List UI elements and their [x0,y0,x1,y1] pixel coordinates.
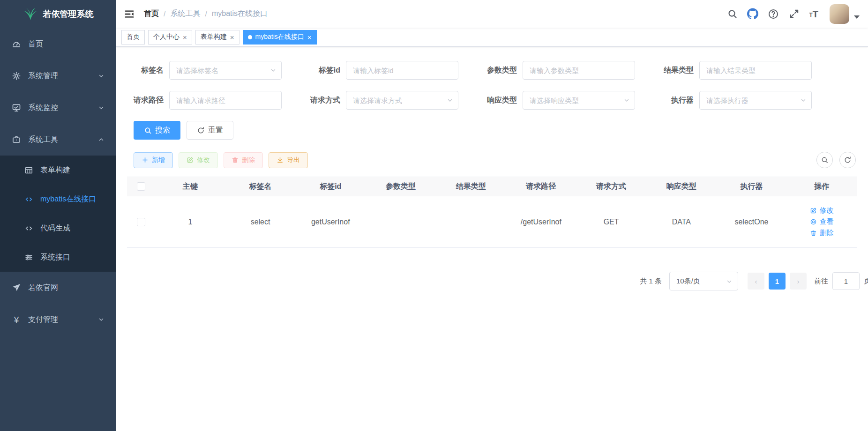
sidebar-item-code-generation[interactable]: 代码生成 [0,214,116,243]
font-size-icon[interactable]: TT [809,9,818,19]
delete-button[interactable]: 删除 [224,152,263,168]
caret-down-icon [854,15,860,19]
page-size-select[interactable]: 10条/页 [669,272,738,290]
sidebar: 若依管理系统 首页 系统管理 [0,0,116,431]
field-label: 请求路径 [127,96,169,105]
main-area: 首页 / 系统工具 / mybatis在线接口 TT [116,0,868,431]
pagination-total: 共 1 条 [640,277,662,286]
reset-button-label: 重置 [208,126,223,135]
next-page-button[interactable]: › [790,273,807,290]
field-label: 参数类型 [480,66,523,75]
search-button[interactable]: 搜索 [134,121,180,140]
select-all-checkbox[interactable] [137,182,145,191]
pagination: 共 1 条 10条/页 ‹ 1 › 前往 页 [127,272,868,290]
form-item-executor: 执行器 [657,91,812,110]
plus-icon [142,156,149,163]
sidebar-item-system-api[interactable]: 系统接口 [0,243,116,272]
refresh-icon [844,156,852,164]
goto-page-input[interactable] [832,272,860,290]
download-icon [277,156,284,163]
executor-select[interactable] [699,91,812,110]
close-icon[interactable]: × [230,33,234,41]
breadcrumb-separator: / [205,10,207,18]
monitor-icon [11,103,22,113]
result-type-input[interactable] [699,61,812,80]
navbar-actions: TT [726,4,860,24]
sidebar-menu: 首页 系统管理 系统监控 [0,28,116,335]
table-icon [23,165,34,175]
reset-button[interactable]: 重置 [187,121,233,140]
search-icon[interactable] [726,8,738,20]
table-row: 1 select getUserInof /getUserInof GET DA… [127,196,857,248]
page-content: 标签名 标签id 参数类型 [116,47,868,431]
response-type-select[interactable] [523,91,635,110]
gear-icon [11,71,22,81]
sidebar-item-form-builder[interactable]: 表单构建 [0,156,116,185]
sidebar-item-system-tools[interactable]: 系统工具 [0,124,116,156]
sidebar-item-label: 首页 [28,39,105,49]
export-button-label: 导出 [287,156,300,164]
refresh-table-button[interactable] [839,152,856,168]
help-icon[interactable] [768,8,779,20]
tags-bar: 首页 个人中心 × 表单构建 × mybatis在线接口 × [116,28,868,47]
eye-icon [810,218,817,225]
tag-name-select[interactable] [169,61,282,80]
form-item-response-type: 响应类型 [480,91,635,110]
col-header-request-method: 请求方式 [576,182,646,192]
app-root: 若依管理系统 首页 系统管理 [0,0,868,431]
fullscreen-icon[interactable] [788,8,800,20]
op-label: 删除 [820,229,834,238]
search-form-row-2: 请求路径 请求方式 响应类型 [127,91,857,110]
request-method-select[interactable] [346,91,458,110]
sidebar-item-payment-management[interactable]: ¥ 支付管理 [0,304,116,335]
sidebar-item-home[interactable]: 首页 [0,28,116,60]
sidebar-collapse-icon[interactable] [124,8,135,20]
breadcrumb-separator: / [164,10,165,18]
row-checkbox[interactable] [137,218,145,226]
request-path-input[interactable] [169,91,282,110]
sliders-icon [23,252,34,262]
breadcrumb-home[interactable]: 首页 [144,9,159,19]
tag-home[interactable]: 首页 [121,30,145,45]
github-icon[interactable] [747,8,758,20]
col-header-result-type: 结果类型 [436,182,506,192]
search-icon [144,126,152,134]
sidebar-item-label: 系统工具 [28,135,98,145]
close-icon[interactable]: × [183,33,187,41]
sidebar-item-mybatis-online-api[interactable]: mybatis在线接口 [0,185,116,214]
tag-form-builder[interactable]: 表单构建 × [195,30,239,45]
tag-profile[interactable]: 个人中心 × [148,30,192,45]
sidebar-item-label: 系统接口 [40,253,105,262]
breadcrumb: 首页 / 系统工具 / mybatis在线接口 [144,9,268,19]
field-label: 结果类型 [657,66,699,75]
edit-button[interactable]: 修改 [179,152,218,168]
chevron-down-icon [98,316,105,323]
tag-id-input[interactable] [346,61,458,80]
logo[interactable]: 若依管理系统 [0,0,116,28]
prev-page-button[interactable]: ‹ [748,273,764,290]
col-header-key: 主键 [155,182,225,192]
search-actions: 搜索 重置 [134,121,857,140]
avatar[interactable] [830,4,849,24]
sidebar-item-system-management[interactable]: 系统管理 [0,60,116,92]
data-table: 主键 标签名 标签id 参数类型 结果类型 请求路径 请求方式 响应类型 执行器… [127,177,857,248]
breadcrumb-system-tools: 系统工具 [170,9,200,19]
field-label: 执行器 [657,96,699,105]
page-1-button[interactable]: 1 [769,273,786,290]
sidebar-item-system-monitor[interactable]: 系统监控 [0,92,116,124]
tag-mybatis-online-api[interactable]: mybatis在线接口 × [243,30,317,45]
yen-icon: ¥ [11,314,22,325]
row-delete-link[interactable]: 删除 [810,229,834,238]
row-edit-link[interactable]: 修改 [810,206,834,215]
user-menu[interactable] [830,4,860,24]
row-view-link[interactable]: 查看 [810,217,834,226]
export-button[interactable]: 导出 [269,152,308,168]
form-item-tag-name: 标签名 [127,61,282,80]
sidebar-item-official-site[interactable]: 若依官网 [0,272,116,304]
param-type-input[interactable] [523,61,635,80]
table-header-row: 主键 标签名 标签id 参数类型 结果类型 请求路径 请求方式 响应类型 执行器… [127,177,857,196]
show-search-button[interactable] [816,152,833,168]
edit-icon [810,207,817,214]
add-button[interactable]: 新增 [134,152,173,168]
close-icon[interactable]: × [307,33,312,41]
